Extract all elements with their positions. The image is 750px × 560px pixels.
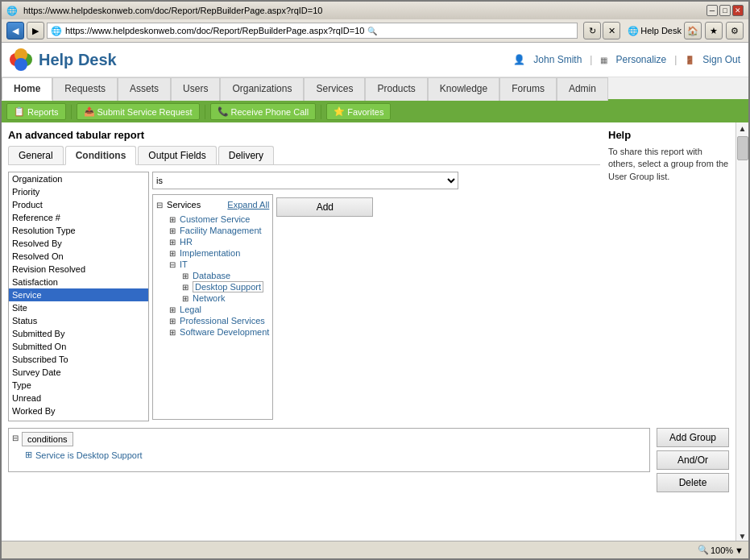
expand-icon-network[interactable]: ⊞ bbox=[182, 294, 189, 303]
tab-general[interactable]: General bbox=[8, 146, 64, 164]
refresh-button[interactable]: ↻ bbox=[583, 22, 601, 39]
settings-button[interactable]: ⚙ bbox=[726, 22, 744, 39]
nav-tab-requests[interactable]: Requests bbox=[52, 77, 118, 101]
tree-label-database[interactable]: Database bbox=[193, 271, 230, 280]
field-item-organization[interactable]: Organization bbox=[9, 172, 148, 185]
nav-tab-users[interactable]: Users bbox=[171, 77, 220, 101]
field-item-priority[interactable]: Priority bbox=[9, 185, 148, 198]
favorites-button[interactable]: ⭐ Favorites bbox=[326, 103, 391, 120]
maximize-button[interactable]: □ bbox=[719, 5, 731, 16]
field-item-resolved-on[interactable]: Resolved On bbox=[9, 250, 148, 263]
field-item-revision-resolved[interactable]: Revision Resolved bbox=[9, 263, 148, 276]
home-button[interactable]: 🏠 bbox=[684, 22, 702, 39]
root-collapse-icon[interactable]: ⊟ bbox=[156, 201, 163, 209]
right-scrollbar[interactable]: ▲ ▼ bbox=[735, 122, 748, 541]
expand-icon-professional-services[interactable]: ⊞ bbox=[169, 317, 176, 326]
scroll-up-arrow[interactable]: ▲ bbox=[739, 124, 747, 133]
expand-icon-database[interactable]: ⊞ bbox=[182, 272, 189, 280]
sign-out-link[interactable]: Sign Out bbox=[702, 54, 740, 65]
tree-root: ⊟ Services bbox=[156, 200, 201, 209]
conditions-group-label[interactable]: conditions bbox=[22, 432, 73, 446]
toolbar: 📋 Reports 📤 Submit Service Request 📞 Rec… bbox=[2, 101, 748, 122]
nav-tab-knowledge[interactable]: Knowledge bbox=[428, 77, 499, 101]
nav-tab-services[interactable]: Services bbox=[304, 77, 365, 101]
expand-icon-desktop-support[interactable]: ⊞ bbox=[182, 283, 189, 292]
reports-button[interactable]: 📋 Reports bbox=[6, 103, 66, 120]
tree-container: ⊟ Services Expand All bbox=[152, 194, 273, 420]
nav-tab-admin[interactable]: Admin bbox=[557, 77, 608, 101]
tree-label-facility[interactable]: Facility Management bbox=[180, 226, 262, 235]
field-item-product[interactable]: Product bbox=[9, 198, 148, 211]
nav-tab-forums[interactable]: Forums bbox=[499, 77, 557, 101]
expand-icon-customer-service[interactable]: ⊞ bbox=[169, 215, 176, 224]
star-button[interactable]: ★ bbox=[705, 22, 723, 39]
nav-tab-home[interactable]: Home bbox=[2, 77, 52, 101]
user-icon: 👤 bbox=[513, 54, 525, 65]
field-item-worked-on[interactable]: Worked On bbox=[9, 417, 148, 421]
expand-icon-hr[interactable]: ⊞ bbox=[169, 238, 176, 247]
main-body: An advanced tabular report General Condi… bbox=[2, 122, 748, 541]
field-item-resolution-type[interactable]: Resolution Type bbox=[9, 224, 148, 237]
field-item-submitted-by[interactable]: Submitted By bbox=[9, 327, 148, 340]
tab-conditions[interactable]: Conditions bbox=[65, 146, 137, 165]
zoom-dropdown-icon[interactable]: ▼ bbox=[735, 545, 744, 555]
condition-item-1[interactable]: ⊞ Service is Desktop Support bbox=[25, 450, 646, 460]
field-item-subscribed-to[interactable]: Subscribed To bbox=[9, 353, 148, 366]
field-item-type[interactable]: Type bbox=[9, 379, 148, 392]
delete-button[interactable]: Delete bbox=[657, 473, 729, 492]
scroll-thumb[interactable] bbox=[737, 136, 748, 160]
nav-tab-organizations[interactable]: Organizations bbox=[220, 77, 304, 101]
expand-icon-it[interactable]: ⊟ bbox=[169, 260, 176, 269]
nav-tab-assets[interactable]: Assets bbox=[118, 77, 171, 101]
user-name-link[interactable]: John Smith bbox=[533, 54, 582, 65]
add-button[interactable]: Add bbox=[276, 197, 373, 217]
scroll-down-arrow[interactable]: ▼ bbox=[739, 532, 747, 541]
expand-icon-legal[interactable]: ⊞ bbox=[169, 305, 176, 314]
expand-icon-facility[interactable]: ⊞ bbox=[169, 226, 176, 235]
tree-scroll[interactable]: ⊟ Services Expand All bbox=[153, 195, 272, 419]
submit-service-request-button[interactable]: 📤 Submit Service Request bbox=[77, 103, 200, 120]
tree-label-hr[interactable]: HR bbox=[180, 237, 193, 247]
field-item-unread[interactable]: Unread bbox=[9, 392, 148, 404]
operator-select[interactable]: is is not contains does not contain star… bbox=[152, 172, 458, 189]
tree-label-software-dev[interactable]: Software Development bbox=[180, 327, 269, 337]
field-item-resolved-by[interactable]: Resolved By bbox=[9, 237, 148, 250]
field-item-status[interactable]: Status bbox=[9, 314, 148, 327]
tree-label-network[interactable]: Network bbox=[193, 293, 225, 303]
field-item-survey-date[interactable]: Survey Date bbox=[9, 366, 148, 379]
expand-icon-implementation[interactable]: ⊞ bbox=[169, 249, 176, 258]
tree-label-it[interactable]: IT bbox=[180, 259, 188, 269]
tree-label-legal[interactable]: Legal bbox=[180, 305, 201, 314]
expand-all-link[interactable]: Expand All bbox=[227, 200, 269, 209]
condition-expand-icon[interactable]: ⊞ bbox=[25, 450, 32, 460]
stop-button[interactable]: ✕ bbox=[603, 22, 620, 39]
close-button[interactable]: ✕ bbox=[732, 5, 744, 16]
tab-output-fields[interactable]: Output Fields bbox=[138, 146, 216, 164]
browser-url: https://www.helpdeskonweb.com/doc/Report… bbox=[23, 6, 703, 15]
back-button[interactable]: ◀ bbox=[6, 22, 24, 39]
field-item-site[interactable]: Site bbox=[9, 301, 148, 314]
nav-tab-products[interactable]: Products bbox=[365, 77, 427, 101]
and-or-button[interactable]: And/Or bbox=[657, 450, 729, 470]
address-bar[interactable]: 🌐 https://www.helpdeskonweb.com/doc/Repo… bbox=[47, 23, 578, 39]
field-list[interactable]: Organization Priority Product Reference … bbox=[9, 172, 148, 421]
minimize-button[interactable]: ─ bbox=[706, 5, 718, 16]
field-item-submitted-on[interactable]: Submitted On bbox=[9, 340, 148, 353]
expand-icon-software-dev[interactable]: ⊞ bbox=[169, 328, 176, 337]
field-item-worked-by[interactable]: Worked By bbox=[9, 404, 148, 417]
condition-text[interactable]: Service is Desktop Support bbox=[35, 450, 143, 460]
field-item-service[interactable]: Service bbox=[9, 288, 148, 301]
receive-phone-call-button[interactable]: 📞 Receive Phone Call bbox=[210, 103, 317, 120]
tree-label-implementation[interactable]: Implementation bbox=[180, 248, 240, 258]
field-item-satisfaction[interactable]: Satisfaction bbox=[9, 276, 148, 288]
field-item-reference[interactable]: Reference # bbox=[9, 211, 148, 224]
tab-delivery[interactable]: Delivery bbox=[218, 146, 274, 164]
tree-label-professional-services[interactable]: Professional Services bbox=[180, 316, 265, 326]
tree-node-database: ⊞ Database bbox=[182, 271, 269, 280]
group-toggle-icon[interactable]: ⊟ bbox=[12, 433, 19, 442]
tree-label-desktop-support[interactable]: Desktop Support bbox=[193, 281, 263, 292]
add-group-button[interactable]: Add Group bbox=[657, 428, 729, 447]
tree-label-customer-service[interactable]: Customer Service bbox=[180, 214, 250, 224]
personalize-link[interactable]: Personalize bbox=[615, 54, 666, 65]
forward-button[interactable]: ▶ bbox=[27, 22, 44, 39]
